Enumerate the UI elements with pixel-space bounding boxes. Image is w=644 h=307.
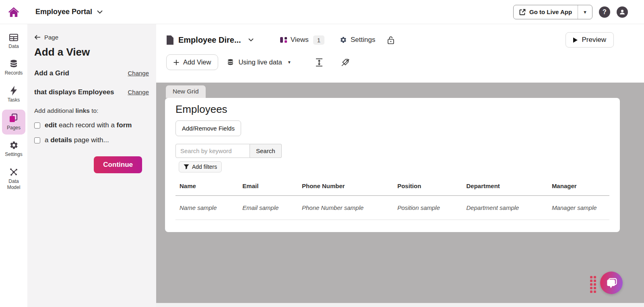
- table-cell: Name sample: [175, 196, 238, 220]
- arrow-left-icon: [34, 35, 41, 40]
- grid-table: Name Email Phone Number Position Departm…: [175, 183, 609, 220]
- add-filters-button[interactable]: Add filters: [179, 161, 222, 172]
- live-data-database-icon: [227, 58, 234, 66]
- user-icon: [619, 8, 626, 16]
- search-button[interactable]: Search: [250, 144, 282, 158]
- continue-wrap: Continue: [34, 156, 149, 173]
- edit-record-checkbox[interactable]: [34, 122, 40, 129]
- edit-record-checkbox-row[interactable]: edit each record with a form: [34, 121, 149, 129]
- page-header: Employee Dire... Views 1 Settings: [156, 24, 644, 78]
- page-chevron-down-icon[interactable]: [248, 38, 254, 41]
- page-settings-button[interactable]: Settings: [340, 36, 375, 44]
- sidebar-label-data: Data: [8, 44, 19, 50]
- page-settings-label: Settings: [351, 36, 375, 44]
- sidebar-label-tasks: Tasks: [8, 97, 20, 103]
- app-switcher[interactable]: Employee Portal: [35, 8, 103, 16]
- preview-button[interactable]: Preview: [566, 32, 614, 48]
- sidebar-item-records[interactable]: Records: [2, 56, 25, 80]
- main-area: Employee Dire... Views 1 Settings: [156, 24, 644, 307]
- views-count-badge: 1: [313, 35, 324, 45]
- topbar-actions: Go to Live App ▼ ?: [513, 5, 628, 19]
- lock-icon[interactable]: [387, 36, 394, 44]
- top-bar: Employee Portal Go to Live App ▼ ?: [0, 0, 644, 24]
- database-icon: [9, 59, 19, 68]
- settings-gear-icon: [340, 36, 347, 44]
- pages-icon: [8, 113, 19, 123]
- additional-links-label: Add additional links to:: [34, 107, 149, 114]
- edit-record-label: edit each record with a form: [45, 121, 132, 129]
- search-input[interactable]: [175, 144, 250, 158]
- details-page-label: a details page with...: [45, 136, 109, 144]
- labels-off-icon[interactable]: [341, 58, 350, 67]
- new-grid-tab[interactable]: New Grid: [166, 85, 206, 98]
- chat-widget-button[interactable]: [600, 272, 623, 294]
- go-to-live-app-label: Go to Live App: [529, 8, 572, 15]
- change-data-source-link[interactable]: Change: [128, 89, 149, 95]
- column-header[interactable]: Phone Number: [298, 183, 393, 189]
- external-link-icon: [519, 9, 526, 15]
- page-header-row2: Add View Using live data ▼: [166, 54, 614, 78]
- views-toggle[interactable]: Views 1: [280, 35, 324, 45]
- sidebar-label-pages: Pages: [7, 125, 21, 131]
- table-cell: Email sample: [238, 196, 298, 220]
- row-height-icon[interactable]: [316, 58, 323, 67]
- table-row: Name sample Email sample Phone Number sa…: [175, 196, 609, 220]
- sidebar-item-pages[interactable]: Pages: [2, 110, 25, 135]
- plus-icon: [173, 60, 179, 65]
- home-icon[interactable]: [8, 6, 19, 18]
- data-source-label: that displays Employees: [34, 88, 114, 96]
- sidebar-item-tasks[interactable]: Tasks: [2, 83, 25, 107]
- bottom-strip: [156, 303, 644, 307]
- details-page-checkbox[interactable]: [34, 137, 40, 143]
- funnel-icon: [184, 164, 189, 170]
- go-to-live-app-dropdown[interactable]: ▼: [578, 5, 592, 19]
- view-type-row: Add a Grid Change: [34, 69, 149, 77]
- go-to-live-app-button[interactable]: Go to Live App ▼: [513, 5, 592, 19]
- panel-title: Add a View: [34, 46, 149, 58]
- table-cell: Position sample: [393, 196, 462, 220]
- sidebar-item-data-model[interactable]: Data Model: [2, 164, 25, 194]
- live-data-dropdown[interactable]: Using live data ▼: [227, 58, 291, 66]
- views-label: Views: [291, 36, 309, 44]
- gear-icon: [9, 141, 19, 150]
- table-cell: Phone Number sample: [298, 196, 393, 220]
- add-view-button[interactable]: Add View: [166, 54, 218, 70]
- chevron-down-icon: [97, 10, 103, 14]
- table-icon: [9, 33, 19, 42]
- account-button[interactable]: [617, 6, 628, 18]
- help-button[interactable]: ?: [599, 6, 610, 18]
- change-view-type-link[interactable]: Change: [128, 70, 149, 77]
- grid-view-card: Employees Add/Remove Fields Search Add f…: [165, 98, 620, 232]
- live-data-caret-icon: ▼: [287, 60, 291, 64]
- add-view-panel: Page Add a View Add a Grid Change that d…: [27, 24, 156, 307]
- column-header[interactable]: Manager: [548, 183, 609, 189]
- grid-title: Employees: [175, 103, 609, 116]
- column-header[interactable]: Name: [175, 183, 238, 189]
- continue-button[interactable]: Continue: [94, 156, 142, 173]
- chat-bubble-icon: [605, 276, 618, 289]
- question-icon: ?: [603, 8, 607, 16]
- back-to-page-link[interactable]: Page: [34, 34, 149, 41]
- preview-canvas: New Grid Employees Add/Remove Fields Sea…: [156, 83, 644, 303]
- back-link-label: Page: [44, 34, 58, 41]
- table-header-row: Name Email Phone Number Position Departm…: [175, 183, 609, 196]
- sidebar-label-settings: Settings: [5, 151, 22, 158]
- column-header[interactable]: Department: [462, 183, 548, 189]
- page-header-row1: Employee Dire... Views 1 Settings: [166, 32, 614, 48]
- sidebar-label-data-model: Data Model: [2, 178, 25, 191]
- data-model-icon: [9, 167, 19, 177]
- go-to-live-app-main[interactable]: Go to Live App: [514, 5, 578, 19]
- page-title: Employee Dire...: [178, 35, 241, 45]
- details-page-checkbox-row[interactable]: a details page with...: [34, 136, 149, 144]
- sidebar-item-settings[interactable]: Settings: [2, 137, 25, 161]
- column-header[interactable]: Position: [393, 183, 462, 189]
- bolt-icon: [10, 86, 18, 95]
- column-header[interactable]: Email: [238, 183, 298, 189]
- drag-dots-icon[interactable]: [590, 276, 596, 293]
- sidebar-item-data[interactable]: Data: [2, 30, 25, 53]
- search-row: Search: [175, 144, 609, 158]
- add-remove-fields-button[interactable]: Add/Remove Fields: [175, 120, 241, 136]
- play-icon: [573, 37, 578, 43]
- views-icon: [280, 37, 287, 43]
- add-filters-label: Add filters: [192, 164, 217, 170]
